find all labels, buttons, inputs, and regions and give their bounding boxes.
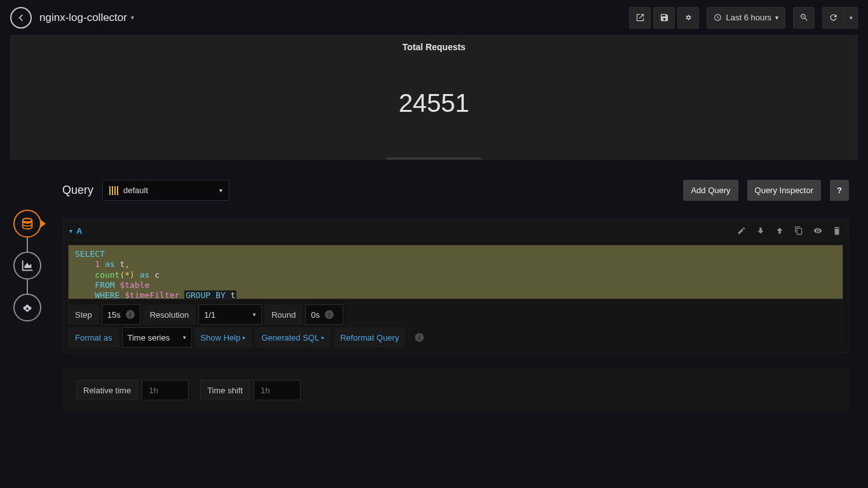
dashboard-title-text: nginx-log-collector xyxy=(39,11,127,24)
save-button[interactable] xyxy=(653,7,675,29)
caret-down-icon: ▾ xyxy=(183,334,186,341)
zoom-out-button[interactable] xyxy=(793,7,815,29)
caret-down-icon: ▾ xyxy=(131,14,134,21)
step-input[interactable]: 15si xyxy=(102,304,140,325)
share-button[interactable] xyxy=(629,7,651,29)
share-icon xyxy=(635,13,645,22)
generated-sql-link[interactable]: Generated SQL▸ xyxy=(255,327,331,348)
query-section-label: Query xyxy=(62,184,93,197)
time-shift-label: Time shift xyxy=(200,380,250,400)
arrow-down-icon xyxy=(756,226,765,235)
nav-connector xyxy=(27,280,28,294)
query-header: Query default ▾ Add Query Query Inspecto… xyxy=(62,173,849,208)
arrow-left-icon xyxy=(16,13,26,23)
edit-query-button[interactable] xyxy=(736,226,747,236)
caret-down-icon: ▾ xyxy=(775,14,778,21)
reformat-query-link[interactable]: Reformat Query xyxy=(334,327,405,348)
move-up-button[interactable] xyxy=(775,226,785,236)
time-override-section: Relative time Time shift xyxy=(62,369,849,412)
time-shift-input[interactable] xyxy=(254,380,301,400)
caret-down-icon: ▾ xyxy=(850,15,853,21)
query-options-row-2: Format as Time series▾ Show Help▸ Genera… xyxy=(63,326,848,349)
round-value: 0s xyxy=(311,310,320,320)
panel-value: 24551 xyxy=(11,89,857,118)
relative-time-input[interactable] xyxy=(142,380,189,400)
nav-visualization[interactable] xyxy=(13,252,41,280)
pencil-icon xyxy=(737,226,746,235)
query-help-button[interactable]: ? xyxy=(830,180,849,201)
query-ref-id: A xyxy=(76,226,82,236)
save-icon xyxy=(660,13,669,22)
query-inspector-button[interactable]: Query Inspector xyxy=(747,180,822,201)
resolution-value: 1/1 xyxy=(204,310,215,320)
nav-general[interactable] xyxy=(13,294,41,322)
query-block: ▾ A SELECT 1 as t, count(*) as c FROM $t… xyxy=(62,219,849,353)
info-icon[interactable]: i xyxy=(415,333,424,342)
relative-time-label: Relative time xyxy=(76,380,138,400)
bug-gear-icon xyxy=(20,301,34,315)
format-as-value: Time series xyxy=(128,333,170,342)
resolution-select[interactable]: 1/1▾ xyxy=(198,304,262,325)
datasource-name: default xyxy=(123,186,148,195)
toggle-visibility-button[interactable] xyxy=(813,226,823,236)
caret-right-icon: ▸ xyxy=(243,334,246,341)
round-label: Round xyxy=(264,304,302,325)
nav-connector xyxy=(27,238,28,252)
info-icon[interactable]: i xyxy=(325,310,334,319)
datasource-icon xyxy=(109,186,118,195)
panel-title: Total Requests xyxy=(11,36,857,52)
editor-side-nav xyxy=(11,210,43,322)
delete-query-button[interactable] xyxy=(832,226,842,236)
settings-button[interactable] xyxy=(677,7,699,29)
collapse-caret-icon: ▾ xyxy=(69,227,72,234)
copy-icon xyxy=(794,226,803,235)
panel-resize-handle[interactable] xyxy=(386,158,482,159)
nav-queries[interactable] xyxy=(13,210,41,238)
caret-down-icon: ▾ xyxy=(253,311,256,318)
info-icon[interactable]: i xyxy=(126,310,135,319)
duplicate-query-button[interactable] xyxy=(794,226,804,236)
zoom-out-icon xyxy=(799,13,809,22)
sql-editor[interactable]: SELECT 1 as t, count(*) as c FROM $table… xyxy=(68,245,843,299)
time-range-picker[interactable]: Last 6 hours ▾ xyxy=(707,7,785,29)
format-as-select[interactable]: Time series▾ xyxy=(122,327,192,348)
show-help-link[interactable]: Show Help▸ xyxy=(194,327,253,348)
resolution-label: Resolution xyxy=(143,304,196,325)
trash-icon xyxy=(832,226,841,235)
add-query-button[interactable]: Add Query xyxy=(683,180,738,201)
gear-icon xyxy=(684,13,693,22)
move-down-button[interactable] xyxy=(756,226,766,236)
query-row-header[interactable]: ▾ A xyxy=(63,219,848,242)
refresh-button[interactable] xyxy=(822,7,844,29)
round-input[interactable]: 0si xyxy=(305,304,343,325)
step-value: 15s xyxy=(107,310,121,320)
refresh-group: ▾ xyxy=(822,7,858,29)
toolbar-button-group xyxy=(629,7,699,29)
step-label: Step xyxy=(68,304,99,325)
caret-right-icon: ▸ xyxy=(322,334,325,341)
refresh-interval-dropdown[interactable]: ▾ xyxy=(844,7,858,29)
sql-text: SELECT 1 as t, count(*) as c FROM $table… xyxy=(69,245,843,299)
eye-icon xyxy=(813,226,822,235)
datasource-picker[interactable]: default ▾ xyxy=(102,180,229,201)
back-button[interactable] xyxy=(10,7,32,29)
query-row-actions xyxy=(736,226,842,236)
top-toolbar: nginx-log-collector ▾ Last 6 hours ▾ ▾ xyxy=(0,0,868,35)
format-as-label: Format as xyxy=(68,327,119,348)
time-range-label: Last 6 hours xyxy=(726,13,771,22)
singlestat-panel[interactable]: Total Requests 24551 xyxy=(10,35,858,160)
refresh-icon xyxy=(829,13,838,22)
arrow-up-icon xyxy=(775,226,784,235)
database-icon xyxy=(20,217,34,231)
caret-down-icon: ▾ xyxy=(219,187,222,194)
dashboard-title-dropdown[interactable]: nginx-log-collector ▾ xyxy=(39,11,134,24)
query-options-row-1: Step 15si Resolution 1/1▾ Round 0si xyxy=(63,303,848,326)
chart-area-icon xyxy=(20,259,34,273)
clock-icon xyxy=(714,13,722,22)
